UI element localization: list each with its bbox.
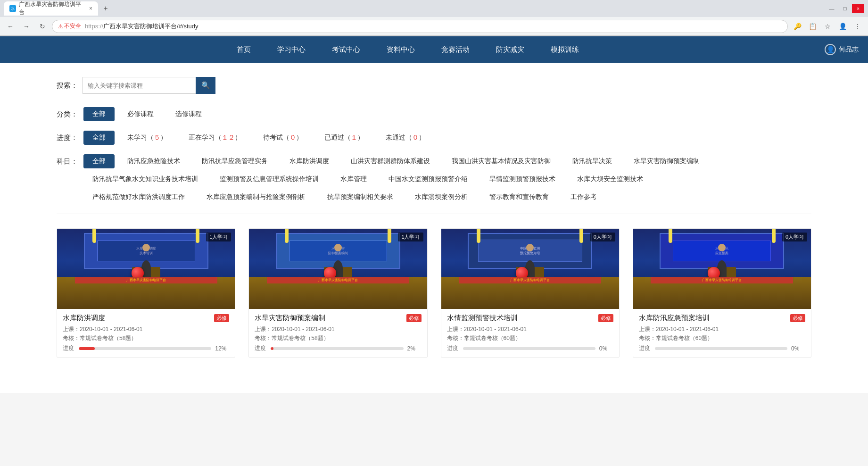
failed-count: ０ bbox=[412, 133, 419, 141]
tab-favicon: 水 bbox=[9, 5, 16, 12]
menu-icon[interactable]: ⋮ bbox=[851, 20, 864, 33]
subject-plan-btn[interactable]: 水旱灾害防御预案编制 bbox=[625, 154, 709, 168]
nav-exam[interactable]: 考试中心 bbox=[319, 36, 373, 63]
refresh-btn[interactable]: ↻ bbox=[36, 20, 49, 33]
progress-all-btn[interactable]: 全部 bbox=[83, 131, 115, 145]
nav-resources[interactable]: 资料中心 bbox=[373, 36, 428, 63]
nav-simulation[interactable]: 模拟训练 bbox=[537, 36, 592, 63]
course-card-4[interactable]: 水库防汛应急预案 广西水旱灾害防御培训平台 0人学习 bbox=[633, 228, 811, 358]
user-name: 何品志 bbox=[839, 45, 859, 54]
progress-passed-btn[interactable]: 已通过（１） bbox=[315, 131, 373, 145]
category-all-btn[interactable]: 全部 bbox=[83, 107, 115, 121]
subject-reference-btn[interactable]: 工作参考 bbox=[562, 190, 606, 204]
forward-btn[interactable]: → bbox=[20, 20, 33, 33]
course-info-3: 水情监测预警技术培训 必修 上课：2020-10-01 - 2021-06-01… bbox=[441, 309, 619, 357]
course-card-2[interactable]: 水旱灾害防御预案编制 广西水旱灾害防御培训平台 1人学习 bbox=[248, 228, 427, 358]
search-button[interactable]: 🔍 bbox=[196, 77, 215, 94]
nav-competition[interactable]: 竞赛活动 bbox=[428, 36, 483, 63]
course-info-1: 水库防洪调度 必修 上课：2020-10-01 - 2021-06-01 考核：… bbox=[57, 309, 235, 357]
course-card-1[interactable]: 水库防洪调度技术培训 广西水旱灾害防御培训平台 1人学习 bbox=[57, 228, 235, 358]
course-date-2: 上课：2020-10-01 - 2021-06-01 bbox=[255, 325, 421, 333]
user-avatar-icon: 👤 bbox=[825, 44, 836, 55]
progress-bar-fill-1 bbox=[79, 347, 95, 350]
back-btn[interactable]: ← bbox=[4, 20, 17, 33]
maximize-btn[interactable]: □ bbox=[839, 4, 851, 13]
course-thumbnail-4: 水库防汛应急预案 广西水旱灾害防御培训平台 0人学习 bbox=[633, 229, 811, 309]
subject-flood-tech-btn[interactable]: 防汛应急抢险技术 bbox=[118, 154, 189, 168]
course-exam-4: 考核：常规试卷考核（60题） bbox=[639, 334, 805, 342]
subject-decision-btn[interactable]: 防汛抗旱决策 bbox=[563, 154, 621, 168]
new-tab-btn[interactable]: + bbox=[100, 3, 111, 14]
progress-label-2: 进度 bbox=[255, 344, 267, 352]
subject-all-btn[interactable]: 全部 bbox=[83, 154, 115, 168]
nav-disaster[interactable]: 防灾减灾 bbox=[483, 36, 537, 63]
progress-not-started-btn[interactable]: 未学习（５） bbox=[118, 131, 176, 145]
subject-reservoir-dispatch-btn[interactable]: 水库防洪调度 bbox=[281, 154, 338, 168]
required-badge-4: 必修 bbox=[790, 314, 805, 322]
progress-bar-fill-2 bbox=[271, 347, 273, 350]
courses-grid: 水库防洪调度技术培训 广西水旱灾害防御培训平台 1人学习 bbox=[57, 228, 811, 358]
subject-options: 全部 防汛应急抢险技术 防汛抗旱应急管理实务 水库防洪调度 山洪灾害群测群防体系… bbox=[83, 154, 744, 204]
subject-drought-plan-btn[interactable]: 抗旱预案编制相关要求 bbox=[318, 190, 402, 204]
search-input[interactable] bbox=[83, 77, 196, 94]
banner-3: 广西水旱灾害防御培训平台 bbox=[459, 277, 601, 283]
subject-dam-safety-btn[interactable]: 水库大坝安全监测技术 bbox=[568, 172, 652, 186]
cast-icon[interactable]: 📋 bbox=[806, 20, 819, 33]
subject-dam-breach-btn[interactable]: 水库溃坝案例分析 bbox=[406, 190, 477, 204]
subject-monitor-sys-btn[interactable]: 监测预警及信息管理系统操作培训 bbox=[211, 172, 328, 186]
category-elective-btn[interactable]: 选修课程 bbox=[166, 107, 211, 121]
nav-study[interactable]: 学习中心 bbox=[264, 36, 319, 63]
progress-bar-wrap-4 bbox=[655, 347, 787, 350]
required-badge-1: 必修 bbox=[214, 314, 229, 322]
progress-pct-4: 0% bbox=[791, 345, 805, 352]
warning-icon: ⚠ bbox=[58, 23, 63, 30]
main-nav: 首页 学习中心 考试中心 资料中心 竞赛活动 防灾减灾 模拟训练 👤 何品志 bbox=[0, 36, 868, 63]
subject-hydro-monitor-btn[interactable]: 中国水文监测预报预警介绍 bbox=[380, 172, 477, 186]
course-title-3: 水情监测预警技术培训 bbox=[447, 314, 595, 323]
subject-label: 科目： bbox=[57, 154, 78, 166]
category-required-btn[interactable]: 必修课程 bbox=[118, 107, 163, 121]
subject-reservoir-flood-btn[interactable]: 严格规范做好水库防洪调度工作 bbox=[83, 190, 194, 204]
nav-user[interactable]: 👤 何品志 bbox=[815, 44, 868, 55]
progress-pending-exam-btn[interactable]: 待考试（０） bbox=[254, 131, 312, 145]
subject-emergency-plan-btn[interactable]: 水库应急预案编制与抢险案例剖析 bbox=[198, 190, 314, 204]
progress-label: 进度： bbox=[57, 131, 78, 142]
category-filter-row: 分类： 全部 必修课程 选修课程 bbox=[57, 107, 811, 121]
tab-close-btn[interactable]: × bbox=[89, 5, 92, 12]
course-thumbnail-2: 水旱灾害防御预案编制 广西水旱灾害防御培训平台 1人学习 bbox=[249, 229, 427, 309]
required-badge-3: 必修 bbox=[598, 314, 613, 322]
active-tab[interactable]: 水 广西水旱灾害防御培训平台 × bbox=[4, 1, 98, 16]
address-input[interactable]: ⚠ 不安全 https://广西水旱灾害防御培训平台/#/study bbox=[52, 20, 788, 33]
progress-failed-btn[interactable]: 未通过（０） bbox=[377, 131, 434, 145]
browser-chrome: 水 广西水旱灾害防御培训平台 × + — □ × ← → ↻ ⚠ 不安全 htt… bbox=[0, 0, 868, 36]
progress-row-2: 进度 2% bbox=[255, 344, 421, 352]
nav-items: 首页 学习中心 考试中心 资料中心 竞赛活动 防灾减灾 模拟训练 bbox=[0, 36, 815, 63]
subject-mountain-flood-btn[interactable]: 山洪灾害群测群防体系建设 bbox=[342, 154, 439, 168]
page-content: 搜索： 🔍 分类： 全部 必修课程 选修课程 进度： 全部 未学习（５） 正在学… bbox=[0, 63, 868, 393]
progress-options: 全部 未学习（５） 正在学习（１２） 待考试（０） 已通过（１） 未通过（０） bbox=[83, 131, 434, 145]
minimize-btn[interactable]: — bbox=[826, 4, 838, 13]
bookmark-icon[interactable]: ☆ bbox=[821, 20, 834, 33]
course-exam-3: 考核：常规试卷考核（60题） bbox=[447, 334, 613, 342]
subject-flood-mgmt-btn[interactable]: 防汛抗旱应急管理实务 bbox=[193, 154, 277, 168]
banner-1: 广西水旱灾害防御培训平台 bbox=[75, 277, 217, 283]
course-date-4: 上课：2020-10-01 - 2021-06-01 bbox=[639, 325, 805, 333]
key-icon[interactable]: 🔑 bbox=[791, 20, 804, 33]
subject-weather-tech-btn[interactable]: 防汛抗旱气象水文知识业务技术培训 bbox=[83, 172, 207, 186]
progress-pct-2: 2% bbox=[407, 345, 422, 352]
address-right-icons: 🔑 📋 ☆ 👤 ⋮ bbox=[791, 20, 864, 33]
progress-studying-btn[interactable]: 正在学习（１２） bbox=[180, 131, 250, 145]
subject-drought-monitor-btn[interactable]: 旱情监测预警预报技术 bbox=[480, 172, 564, 186]
course-card-3[interactable]: 中国水文监测预报预警介绍 广西水旱灾害防御培训平台 0人学习 bbox=[441, 228, 620, 358]
course-date-3: 上课：2020-10-01 - 2021-06-01 bbox=[447, 325, 613, 333]
not-started-count: ５ bbox=[154, 133, 160, 141]
search-input-wrap: 🔍 bbox=[83, 77, 215, 94]
subject-china-flood-btn[interactable]: 我国山洪灾害基本情况及灾害防御 bbox=[443, 154, 560, 168]
close-btn[interactable]: × bbox=[852, 4, 864, 13]
subject-reservoir-mgmt-btn[interactable]: 水库管理 bbox=[331, 172, 376, 186]
course-title-4: 水库防汛应急预案培训 bbox=[639, 314, 787, 323]
profile-icon[interactable]: 👤 bbox=[836, 20, 849, 33]
tab-bar: 水 广西水旱灾害防御培训平台 × + — □ × bbox=[0, 0, 868, 17]
subject-education-btn[interactable]: 警示教育和宣传教育 bbox=[480, 190, 558, 204]
nav-home[interactable]: 首页 bbox=[223, 36, 264, 63]
